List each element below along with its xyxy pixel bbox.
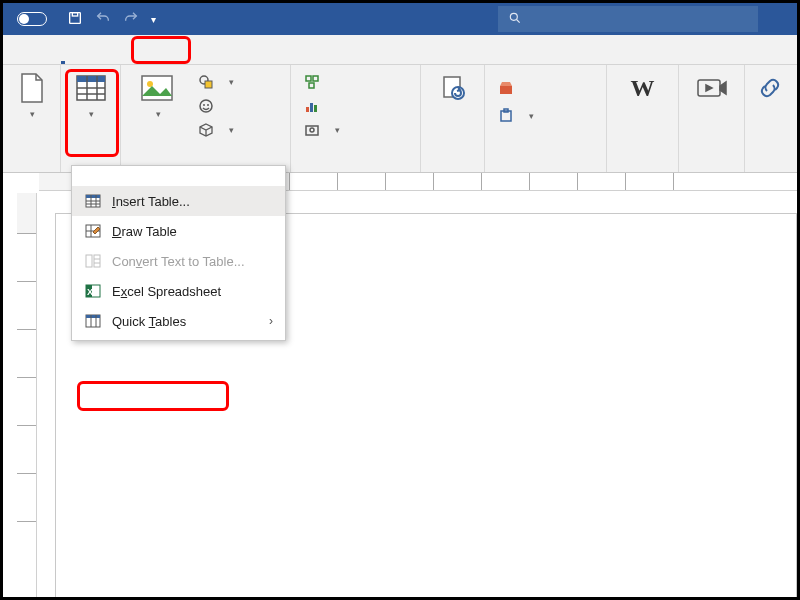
menu-excel-spreadsheet[interactable]: X Excel Spreadsheet <box>72 276 285 306</box>
chart-button[interactable] <box>299 95 344 117</box>
menu-insert-table[interactable]: Insert Table... <box>72 186 285 216</box>
svg-rect-20 <box>306 107 309 112</box>
getaddins-button[interactable] <box>493 77 538 99</box>
tab-design[interactable] <box>99 52 123 64</box>
page-icon <box>15 71 49 105</box>
icons-icon <box>197 97 215 115</box>
group-pages: ▾ <box>3 65 61 172</box>
tab-home[interactable] <box>27 52 51 64</box>
tab-file[interactable] <box>3 52 27 64</box>
tab-help[interactable] <box>243 52 267 64</box>
svg-rect-19 <box>309 83 314 88</box>
svg-rect-41 <box>94 255 100 267</box>
reuse-icon <box>436 71 470 105</box>
group-addins-label <box>485 166 606 172</box>
group-wikipedia: W <box>607 65 679 172</box>
myaddins-button[interactable]: ▾ <box>493 105 538 127</box>
pictures-button[interactable]: ▾ <box>129 71 185 119</box>
links-button[interactable] <box>753 71 787 107</box>
qat-more-icon[interactable]: ▾ <box>151 14 156 25</box>
pictures-icon <box>140 71 174 105</box>
table-icon <box>74 71 108 105</box>
svg-rect-48 <box>86 315 100 318</box>
svg-point-2 <box>510 13 517 20</box>
svg-text:X: X <box>87 287 93 297</box>
onlinevideos-button[interactable] <box>687 71 736 107</box>
svg-rect-22 <box>314 105 317 112</box>
ribbon-tabs <box>3 35 797 65</box>
tab-review[interactable] <box>195 52 219 64</box>
shapes-icon <box>197 73 215 91</box>
smartart-icon <box>303 73 321 91</box>
pencil-table-icon <box>84 222 102 240</box>
svg-rect-10 <box>142 76 172 100</box>
chart-icon <box>303 97 321 115</box>
group-addins: ▾ <box>485 65 607 172</box>
svg-rect-21 <box>310 103 313 112</box>
autosave-toggle[interactable] <box>3 12 61 26</box>
wikipedia-button[interactable]: W <box>615 71 670 107</box>
svg-rect-17 <box>306 76 311 81</box>
chevron-down-icon: ▾ <box>156 109 161 119</box>
svg-line-3 <box>517 19 520 22</box>
group-illustrations: ▾ ▾ ▾ <box>121 65 291 172</box>
menu-quick-label: Quick Tables <box>112 314 186 329</box>
svg-point-15 <box>203 104 205 106</box>
table-icon <box>84 192 102 210</box>
group-reuse <box>421 65 485 172</box>
plugin-icon <box>497 107 515 125</box>
tab-view[interactable] <box>219 52 243 64</box>
smartart-button[interactable] <box>299 71 344 93</box>
group-illustrations-2: ▾ <box>291 65 421 172</box>
ribbon: ▾ ▾ ▾ <box>3 65 797 173</box>
3dmodels-button[interactable]: ▾ <box>193 119 238 141</box>
save-icon[interactable] <box>67 10 83 29</box>
tab-insert[interactable] <box>51 52 75 64</box>
vertical-ruler[interactable] <box>17 193 37 597</box>
convert-icon <box>84 252 102 270</box>
shapes-button[interactable]: ▾ <box>193 71 238 93</box>
svg-rect-13 <box>205 81 212 88</box>
menu-excel-label: Excel Spreadsheet <box>112 284 221 299</box>
svg-rect-5 <box>77 76 105 82</box>
tab-draw[interactable] <box>75 52 99 64</box>
menu-draw-table-label: Draw Table <box>112 224 177 239</box>
svg-point-16 <box>207 104 209 106</box>
undo-icon[interactable] <box>95 10 111 29</box>
svg-rect-1 <box>72 12 77 15</box>
search-box[interactable] <box>498 6 758 32</box>
table-button[interactable]: ▾ <box>69 71 112 119</box>
group-media <box>679 65 745 172</box>
tab-layout[interactable] <box>123 52 147 64</box>
wikipedia-icon: W <box>626 71 660 105</box>
tab-mailings[interactable] <box>171 52 195 64</box>
icons-button[interactable] <box>193 95 238 117</box>
dropdown-title <box>72 172 285 180</box>
svg-rect-32 <box>86 195 100 198</box>
menu-insert-table-label: Insert Table... <box>112 194 190 209</box>
cube-icon <box>197 121 215 139</box>
toggle-icon <box>17 12 47 26</box>
menu-draw-table[interactable]: Draw Table <box>72 216 285 246</box>
reusefiles-button[interactable] <box>429 71 476 107</box>
svg-rect-27 <box>500 86 512 94</box>
svg-rect-40 <box>86 255 92 267</box>
group-reuse-label <box>421 166 484 172</box>
title-bar: ▾ <box>3 3 797 35</box>
menu-quick-tables[interactable]: Quick Tables › <box>72 306 285 336</box>
quicktables-icon <box>84 312 102 330</box>
svg-rect-0 <box>70 12 81 23</box>
menu-convert-text: Convert Text to Table... <box>72 246 285 276</box>
group-links <box>745 65 785 172</box>
table-dropdown: Insert Table... Draw Table Convert Text … <box>71 165 286 341</box>
svg-point-11 <box>147 81 153 87</box>
redo-icon[interactable] <box>123 10 139 29</box>
group-media-label <box>679 166 744 172</box>
pages-button[interactable]: ▾ <box>11 71 52 119</box>
tab-references[interactable] <box>147 52 171 64</box>
screenshot-icon <box>303 121 321 139</box>
chevron-down-icon: ▾ <box>89 109 94 119</box>
menu-convert-label: Convert Text to Table... <box>112 254 245 269</box>
search-icon <box>508 11 522 28</box>
screenshot-button[interactable]: ▾ <box>299 119 344 141</box>
